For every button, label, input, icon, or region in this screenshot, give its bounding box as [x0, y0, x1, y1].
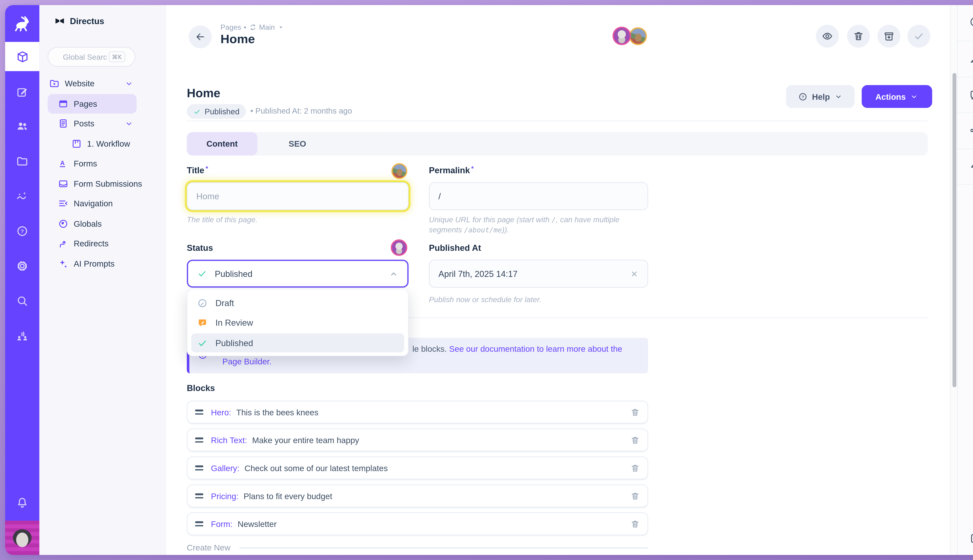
divider — [239, 547, 648, 548]
collaborator-avatar-man[interactable] — [613, 27, 631, 45]
audience-module-icon[interactable] — [16, 330, 28, 342]
flows-sidebar-icon[interactable] — [969, 160, 973, 172]
divider — [958, 77, 973, 77]
scheduled-tasks-icon[interactable] — [969, 532, 973, 544]
published-at-field-label: Published At — [429, 243, 481, 253]
divider — [958, 112, 973, 113]
chevron-down-icon — [834, 92, 843, 100]
directus-bowtie-logo-icon — [54, 15, 65, 27]
divider — [958, 184, 973, 185]
review-comment-icon — [197, 318, 208, 328]
share-sidebar-icon[interactable] — [969, 125, 973, 137]
revisions-sidebar-icon[interactable] — [969, 53, 973, 65]
block-row-form[interactable]: Form: Newsletter — [187, 512, 648, 535]
search-module-icon[interactable] — [16, 295, 28, 307]
trash-icon[interactable] — [630, 491, 640, 501]
chevron-up-icon — [389, 269, 398, 278]
files-module-icon[interactable] — [16, 155, 28, 168]
published-at-input[interactable] — [438, 269, 630, 278]
scrollbar-track[interactable] — [950, 5, 957, 555]
help-module-icon[interactable] — [16, 225, 28, 237]
status-option-draft[interactable]: Draft — [191, 293, 404, 312]
info-sidebar-icon[interactable] — [969, 16, 973, 28]
drag-handle-icon[interactable] — [195, 493, 203, 498]
sidebar-item-forms[interactable]: Forms — [48, 153, 137, 173]
published-at-field[interactable] — [429, 260, 648, 288]
item-title: Home — [187, 86, 220, 100]
settings-module-icon[interactable] — [16, 260, 28, 272]
sidebar-item-posts[interactable]: Posts — [48, 113, 137, 133]
editing-avatar-man — [391, 239, 407, 256]
trash-icon[interactable] — [630, 463, 640, 473]
help-button[interactable]: Help — [786, 85, 855, 108]
app-window: Directus ⌘K Website Pages Posts — [5, 5, 973, 555]
save-button[interactable] — [908, 25, 930, 48]
sparkles-icon — [58, 258, 69, 269]
clear-x-icon[interactable] — [630, 269, 639, 278]
tab-bar: Content SEO — [187, 132, 928, 155]
chevron-down-icon[interactable] — [125, 79, 134, 88]
drag-handle-icon[interactable] — [195, 465, 203, 470]
list-indent-icon — [58, 198, 69, 209]
status-select[interactable]: Published — [187, 260, 409, 288]
breadcrumb[interactable]: Pages • Main — [221, 23, 284, 31]
directus-rabbit-logo[interactable] — [5, 5, 39, 42]
current-user-avatar[interactable] — [5, 521, 39, 555]
permalink-field[interactable] — [429, 182, 648, 210]
sidebar-item-form-submissions[interactable]: Form Submissions — [48, 173, 137, 194]
trash-icon[interactable] — [630, 435, 640, 445]
block-row-rich-text[interactable]: Rich Text: Make your entire team happy — [187, 428, 648, 452]
page-title: Home — [221, 32, 255, 46]
global-search[interactable]: ⌘K — [48, 47, 135, 67]
editing-avatar-groundhog — [391, 163, 407, 179]
delete-button[interactable] — [847, 25, 870, 48]
sidebar-item-ai-prompts[interactable]: AI Prompts — [48, 253, 137, 273]
sidebar-item-globals[interactable]: Globals — [48, 214, 137, 234]
chevron-down-icon[interactable] — [125, 119, 134, 128]
sidebar-item-workflow[interactable]: 1. Workflow — [48, 133, 137, 153]
check-icon — [197, 338, 208, 348]
global-search-input[interactable] — [63, 52, 107, 61]
users-module-icon[interactable] — [16, 120, 28, 133]
sidebar-item-pages[interactable]: Pages — [48, 94, 137, 114]
drag-handle-icon[interactable] — [195, 521, 203, 527]
status-option-published[interactable]: Published — [191, 333, 404, 352]
module-content-active[interactable] — [5, 42, 39, 71]
block-row-gallery[interactable]: Gallery: Check out some of our latest te… — [187, 457, 648, 480]
actions-button[interactable]: Actions — [862, 85, 932, 108]
editor-module-icon[interactable] — [16, 86, 28, 98]
sidebar-item-navigation[interactable]: Navigation — [48, 194, 137, 214]
block-row-pricing[interactable]: Pricing: Plans to fit every budget — [187, 484, 648, 507]
comments-sidebar-icon[interactable] — [969, 89, 973, 101]
insights-module-icon[interactable] — [16, 190, 28, 202]
back-button[interactable] — [189, 25, 212, 48]
collaborator-avatar-groundhog[interactable] — [629, 27, 647, 45]
collections-tree: Website Pages Posts 1. Workflow — [48, 74, 137, 274]
trash-icon[interactable] — [630, 407, 640, 417]
required-marker: * — [206, 165, 208, 172]
status-dropdown-menu: Draft In Review Published — [187, 289, 409, 356]
notifications-bell-icon[interactable] — [16, 497, 28, 509]
tab-content[interactable]: Content — [187, 132, 257, 155]
arrow-left-icon — [194, 31, 206, 43]
trash-icon[interactable] — [630, 519, 640, 528]
permalink-input[interactable] — [438, 191, 639, 201]
folder-star-icon — [49, 78, 60, 89]
drag-handle-icon[interactable] — [195, 410, 203, 415]
block-row-hero[interactable]: Hero: This is the bees knees — [187, 400, 648, 423]
status-option-in-review[interactable]: In Review — [191, 313, 404, 332]
title-input[interactable] — [196, 191, 399, 201]
create-new-row[interactable]: Create New — [187, 543, 648, 552]
sidebar-item-redirects[interactable]: Redirects — [48, 234, 137, 254]
scrollbar-thumb[interactable] — [953, 73, 956, 387]
preview-button[interactable] — [816, 25, 839, 48]
archive-icon — [883, 30, 895, 42]
sidebar-item-website[interactable]: Website — [48, 74, 137, 94]
blocks-section-label: Blocks — [187, 383, 215, 393]
archive-button[interactable] — [878, 25, 900, 48]
title-field[interactable] — [187, 182, 409, 210]
divider — [187, 120, 928, 121]
help-circle-icon — [798, 92, 807, 101]
tab-seo[interactable]: SEO — [273, 132, 321, 155]
drag-handle-icon[interactable] — [195, 438, 203, 443]
